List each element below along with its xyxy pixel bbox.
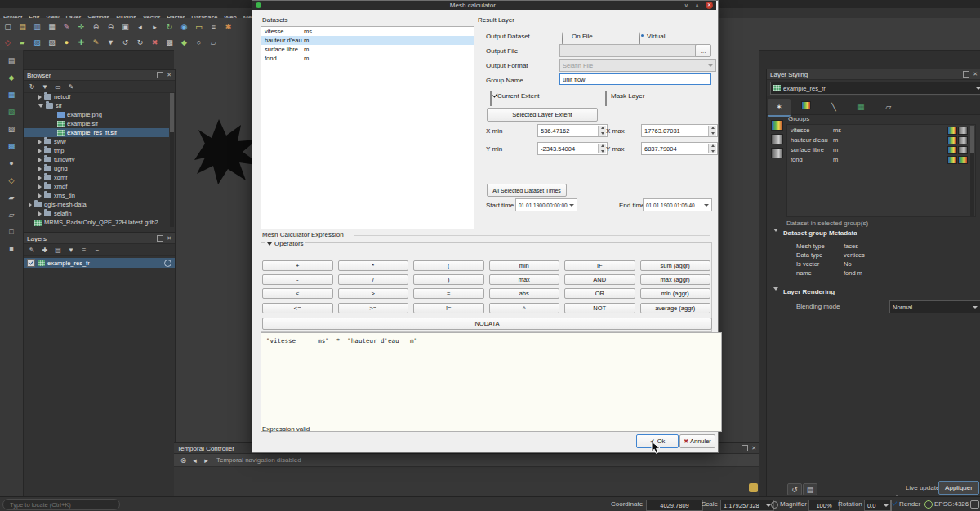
vertex-tool-icon[interactable]: ◆	[177, 36, 191, 49]
group-row-surface-libre[interactable]: surface librem	[787, 144, 975, 154]
add-group-icon[interactable]: ✚	[39, 245, 51, 255]
coordinate-value[interactable]: 4029.7809	[646, 500, 703, 511]
all-dataset-times-button[interactable]: All Selected Dataset Times	[487, 184, 567, 197]
layer-visibility-checkbox[interactable]	[27, 259, 35, 267]
collapse-all-icon[interactable]: ▭	[52, 82, 64, 91]
filter-legend-icon[interactable]: ▼	[65, 245, 77, 255]
current-extent-label[interactable]: Current Extent	[497, 92, 540, 100]
tab-contours[interactable]	[795, 97, 817, 113]
op-equal[interactable]: =	[413, 288, 484, 299]
scale-select[interactable]: 1:179257328	[720, 500, 774, 511]
add-virtual-layer-icon[interactable]: ■	[3, 242, 20, 256]
measure-line-icon[interactable]: ▱	[207, 36, 220, 49]
add-feature-icon[interactable]: ✚	[74, 36, 88, 49]
op-multiply[interactable]: *	[338, 260, 409, 271]
op-greater-equal[interactable]: >=	[338, 303, 409, 313]
browser-item-xdmf[interactable]: xdmf	[24, 173, 169, 182]
refresh-browser-icon[interactable]: ↻	[26, 82, 38, 91]
dataset-row-fond[interactable]: fondm	[261, 54, 474, 63]
virtual-label[interactable]: Virtual	[647, 33, 666, 40]
layers-close-icon[interactable]: ✕	[167, 236, 172, 241]
locate-input[interactable]	[2, 499, 120, 510]
y-max-spinbox[interactable]: 6837.79004	[641, 142, 718, 155]
expression-editor[interactable]: "vitesse ms" * "hauteur d'eau m"	[261, 332, 722, 432]
apply-button[interactable]: Appliquer	[938, 481, 979, 495]
layers-dock-icon[interactable]	[157, 235, 163, 242]
browser-item-netcdf[interactable]: netcdf	[24, 92, 169, 101]
op-min[interactable]: min	[489, 260, 560, 271]
group-row-fond[interactable]: fondm	[787, 154, 975, 164]
op-abs[interactable]: abs	[489, 288, 560, 299]
dataset-group-scalar-icon[interactable]	[771, 120, 783, 131]
save-project-icon[interactable]: ▥	[30, 20, 44, 33]
temporal-prev-icon[interactable]: ◂	[189, 455, 200, 465]
redo-icon[interactable]: ↻	[133, 36, 147, 49]
rendering-collapse-icon[interactable]	[773, 291, 781, 305]
op-minus[interactable]: -	[262, 274, 333, 285]
zoom-in-icon[interactable]: ⊕	[89, 20, 103, 33]
op-nodata[interactable]: NODATA	[262, 318, 712, 330]
temporal-next-icon[interactable]: ▸	[201, 455, 212, 465]
browser-close-icon[interactable]: ✕	[167, 73, 172, 78]
open-project-icon[interactable]: ▤	[16, 20, 29, 33]
open-layer-styling-icon[interactable]: ✎	[26, 245, 38, 255]
op-power[interactable]: ^	[489, 303, 560, 313]
groups-scrollbar[interactable]	[970, 126, 974, 216]
render-checkbox[interactable]	[890, 500, 892, 511]
mask-layer-label[interactable]: Mask Layer	[611, 92, 644, 100]
op-average-aggr[interactable]: average (aggr)	[640, 303, 711, 313]
group-name-input[interactable]	[559, 73, 711, 85]
output-file-input[interactable]	[559, 44, 698, 57]
identify-features-icon[interactable]: ◉	[177, 20, 191, 33]
select-features-icon[interactable]: ▭	[192, 20, 206, 33]
browser-item-slf[interactable]: slf	[24, 101, 169, 110]
op-plus[interactable]: +	[262, 260, 333, 271]
dataset-row-surface-libre[interactable]: surface librem	[261, 45, 474, 54]
x-max-spinbox[interactable]: 17763.07031	[641, 124, 718, 137]
add-mesh-layer-icon[interactable]: ▧	[3, 105, 20, 118]
op-and[interactable]: AND	[564, 274, 635, 285]
dataset-group-edit-icon[interactable]	[771, 148, 783, 158]
browser-item-example-slf[interactable]: example.slf	[24, 119, 169, 128]
mask-layer-checkbox[interactable]	[605, 91, 607, 106]
rotation-value[interactable]: 0.0	[864, 500, 892, 511]
add-point-feature-icon[interactable]: ●	[60, 36, 74, 49]
browser-item-xmdf[interactable]: xmdf	[24, 182, 169, 191]
style-history-icon[interactable]: ↺	[787, 483, 802, 495]
op-divide[interactable]: /	[338, 274, 409, 285]
cancel-button[interactable]: ✖Annuler	[679, 434, 715, 448]
new-shapefile-icon[interactable]: ▰	[16, 36, 29, 49]
new-virtual-layer-icon[interactable]: ▧	[45, 36, 59, 49]
browser-item-sww[interactable]: sww	[24, 137, 169, 146]
expand-all-icon[interactable]: ≡	[78, 245, 90, 255]
dataset-group-vector-icon[interactable]	[771, 134, 783, 144]
zoom-next-icon[interactable]: ▸	[148, 20, 162, 33]
dataset-row-vitesse[interactable]: vitessems	[261, 27, 474, 36]
new-project-icon[interactable]: ▢	[1, 20, 15, 33]
style-pages-icon[interactable]: ▤	[803, 483, 817, 495]
op-max-aggr[interactable]: max (aggr)	[640, 274, 711, 285]
zoom-out-icon[interactable]: ⊖	[104, 20, 118, 33]
add-wms-layer-icon[interactable]: ◇	[3, 174, 20, 187]
dialog-maximize-icon[interactable]: ∧	[695, 2, 699, 9]
operators-collapse-icon[interactable]: Operators	[265, 240, 305, 247]
delete-selected-icon[interactable]: ✖	[148, 36, 162, 49]
blending-mode-select[interactable]: Normal	[889, 300, 980, 313]
magnifier-value[interactable]: 100%	[808, 500, 840, 511]
pan-map-icon[interactable]: ✛	[74, 20, 88, 33]
tab-vectors[interactable]: ╲	[822, 99, 845, 115]
op-close-paren[interactable]: )	[413, 274, 484, 285]
raster-calculator-icon[interactable]: ▩	[163, 36, 176, 49]
crs-value[interactable]: EPSG:4326	[934, 500, 969, 508]
browser-item-example-png[interactable]: example.png	[24, 110, 169, 119]
open-attribute-table-icon[interactable]: ≡	[207, 20, 220, 33]
group-row-vitesse[interactable]: vitessems	[787, 125, 975, 135]
browser-dock-icon[interactable]	[157, 72, 163, 78]
temporal-close-icon[interactable]: ✕	[751, 446, 756, 451]
log-messages-icon[interactable]	[749, 483, 758, 492]
browser-toggle-icon[interactable]: ▤	[3, 54, 20, 67]
data-source-manager-icon[interactable]: ◇	[1, 36, 15, 49]
annotation-icon[interactable]: ○	[192, 36, 206, 49]
browser-scrollbar[interactable]	[170, 93, 174, 227]
browser-item-qgis-mesh-data[interactable]: qgis-mesh-data	[24, 200, 169, 209]
